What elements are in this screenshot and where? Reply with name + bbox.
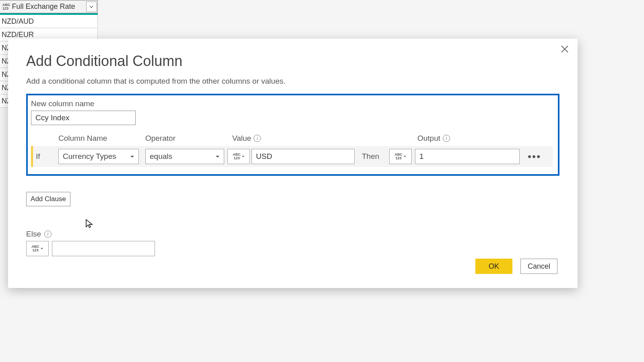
cancel-button[interactable]: Cancel: [520, 259, 557, 274]
new-column-name-label: New column name: [31, 99, 553, 108]
table-cell[interactable]: NZ: [0, 55, 9, 68]
operator-dropdown[interactable]: equals: [145, 149, 224, 164]
row-accent: [31, 146, 33, 167]
more-options-icon[interactable]: •••: [528, 150, 541, 163]
then-label: Then: [362, 152, 389, 161]
header-column-name: Column Name: [58, 134, 145, 143]
else-label: Else: [26, 230, 41, 239]
condition-block-highlight: New column name Column Name Operator Val…: [26, 94, 559, 176]
condition-headers: Column Name Operator Valuei Outputi: [31, 134, 553, 143]
header-value: Value: [232, 134, 251, 143]
dialog-description: Add a conditional column that is compute…: [26, 77, 559, 86]
add-clause-button[interactable]: Add Clause: [26, 192, 70, 206]
table-cell[interactable]: NZ: [0, 95, 9, 108]
table-cell[interactable]: NZ: [0, 81, 9, 95]
output-input[interactable]: [415, 149, 520, 164]
if-label: If: [31, 152, 58, 161]
else-section: Elsei ABC123: [26, 230, 559, 256]
cursor-icon: [85, 219, 94, 230]
output-type-dropdown[interactable]: ABC123: [389, 149, 412, 164]
table-cell[interactable]: NZD/AUD: [0, 15, 98, 28]
else-value-input[interactable]: [52, 241, 155, 256]
value-type-dropdown[interactable]: ABC123: [227, 149, 250, 164]
info-icon[interactable]: i: [443, 135, 450, 142]
table-cell[interactable]: NZ: [0, 68, 9, 81]
info-icon[interactable]: i: [44, 230, 52, 238]
column-name-dropdown[interactable]: Currency Types: [58, 149, 139, 164]
dialog-title: Add Conditional Column: [26, 53, 559, 70]
else-type-dropdown[interactable]: ABC123: [26, 241, 49, 256]
type-icon: ABC123: [0, 3, 12, 10]
add-conditional-column-dialog: Add Conditional Column Add a conditional…: [8, 39, 578, 288]
ok-button[interactable]: OK: [475, 259, 512, 274]
new-column-name-input[interactable]: [31, 111, 136, 125]
column-name: Full Exchange Rate: [12, 2, 87, 11]
info-icon[interactable]: i: [254, 135, 261, 142]
header-operator: Operator: [145, 134, 232, 143]
table-cell[interactable]: NZ: [0, 41, 9, 55]
condition-row: If Currency Types equals ABC123 Then ABC…: [31, 146, 553, 167]
column-header[interactable]: ABC123 Full Exchange Rate: [0, 0, 98, 13]
close-icon[interactable]: [560, 44, 570, 54]
header-output: Output: [417, 134, 440, 143]
column-filter-dropdown[interactable]: [86, 2, 97, 12]
value-input[interactable]: [252, 149, 355, 164]
